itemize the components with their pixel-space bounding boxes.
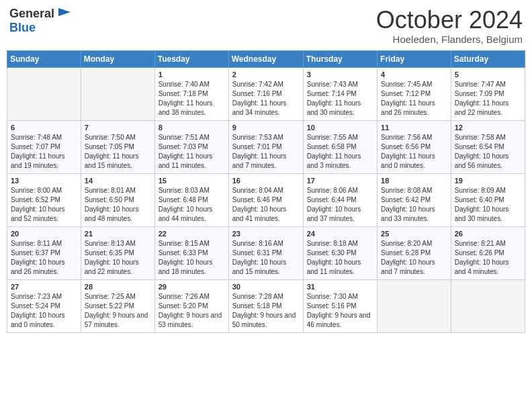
day-number: 30 <box>232 283 300 291</box>
calendar-cell: 22Sunrise: 8:15 AM Sunset: 6:33 PM Dayli… <box>154 226 228 279</box>
day-info: Sunrise: 8:06 AM Sunset: 6:44 PM Dayligh… <box>307 186 373 224</box>
day-number: 13 <box>11 177 77 185</box>
day-info: Sunrise: 8:16 AM Sunset: 6:31 PM Dayligh… <box>232 239 300 277</box>
day-info: Sunrise: 7:26 AM Sunset: 5:20 PM Dayligh… <box>159 292 225 330</box>
calendar-cell: 27Sunrise: 7:23 AM Sunset: 5:24 PM Dayli… <box>7 279 81 332</box>
calendar-cell: 20Sunrise: 8:11 AM Sunset: 6:37 PM Dayli… <box>7 226 81 279</box>
day-number: 11 <box>381 124 447 132</box>
calendar-cell: 19Sunrise: 8:09 AM Sunset: 6:40 PM Dayli… <box>451 173 525 226</box>
day-info: Sunrise: 7:40 AM Sunset: 7:18 PM Dayligh… <box>159 80 225 118</box>
calendar-week-row: 1Sunrise: 7:40 AM Sunset: 7:18 PM Daylig… <box>7 67 525 120</box>
day-info: Sunrise: 7:42 AM Sunset: 7:16 PM Dayligh… <box>232 80 300 118</box>
page-header: General Blue October 2024 Hoeleden, Flan… <box>7 7 525 45</box>
calendar-cell: 7Sunrise: 7:50 AM Sunset: 7:05 PM Daylig… <box>81 120 154 173</box>
weekday-header: Wednesday <box>228 50 303 67</box>
day-info: Sunrise: 8:03 AM Sunset: 6:48 PM Dayligh… <box>159 186 225 224</box>
day-number: 5 <box>455 71 521 79</box>
logo-flag-icon <box>57 7 72 21</box>
weekday-header: Monday <box>81 50 154 67</box>
weekday-header: Saturday <box>451 50 525 67</box>
day-number: 28 <box>85 283 151 291</box>
calendar-week-row: 13Sunrise: 8:00 AM Sunset: 6:52 PM Dayli… <box>7 173 525 226</box>
day-number: 10 <box>307 124 373 132</box>
calendar-cell <box>81 67 154 120</box>
day-number: 17 <box>307 177 373 185</box>
day-info: Sunrise: 8:18 AM Sunset: 6:30 PM Dayligh… <box>307 239 373 277</box>
day-number: 31 <box>307 283 373 291</box>
day-number: 25 <box>381 230 447 238</box>
calendar-week-row: 6Sunrise: 7:48 AM Sunset: 7:07 PM Daylig… <box>7 120 525 173</box>
calendar-table: SundayMondayTuesdayWednesdayThursdayFrid… <box>7 50 525 333</box>
day-number: 1 <box>159 71 225 79</box>
day-info: Sunrise: 8:21 AM Sunset: 6:26 PM Dayligh… <box>455 239 521 277</box>
calendar-cell: 6Sunrise: 7:48 AM Sunset: 7:07 PM Daylig… <box>7 120 81 173</box>
day-info: Sunrise: 8:08 AM Sunset: 6:42 PM Dayligh… <box>381 186 447 224</box>
calendar-cell: 18Sunrise: 8:08 AM Sunset: 6:42 PM Dayli… <box>378 173 451 226</box>
day-info: Sunrise: 7:30 AM Sunset: 5:16 PM Dayligh… <box>307 292 373 330</box>
day-number: 8 <box>159 124 225 132</box>
logo: General Blue <box>9 7 72 35</box>
day-number: 7 <box>85 124 151 132</box>
day-number: 3 <box>307 71 373 79</box>
day-info: Sunrise: 8:00 AM Sunset: 6:52 PM Dayligh… <box>11 186 77 224</box>
calendar-cell <box>451 279 525 332</box>
day-info: Sunrise: 7:53 AM Sunset: 7:01 PM Dayligh… <box>232 133 300 171</box>
weekday-header: Friday <box>378 50 451 67</box>
day-info: Sunrise: 7:50 AM Sunset: 7:05 PM Dayligh… <box>85 133 151 171</box>
calendar-cell: 15Sunrise: 8:03 AM Sunset: 6:48 PM Dayli… <box>154 173 228 226</box>
calendar-cell: 23Sunrise: 8:16 AM Sunset: 6:31 PM Dayli… <box>228 226 303 279</box>
calendar-cell: 25Sunrise: 8:20 AM Sunset: 6:28 PM Dayli… <box>378 226 451 279</box>
calendar-cell: 2Sunrise: 7:42 AM Sunset: 7:16 PM Daylig… <box>228 67 303 120</box>
day-info: Sunrise: 7:55 AM Sunset: 6:58 PM Dayligh… <box>307 133 373 171</box>
calendar-cell: 4Sunrise: 7:45 AM Sunset: 7:12 PM Daylig… <box>378 67 451 120</box>
calendar-cell: 1Sunrise: 7:40 AM Sunset: 7:18 PM Daylig… <box>154 67 228 120</box>
calendar-cell: 13Sunrise: 8:00 AM Sunset: 6:52 PM Dayli… <box>7 173 81 226</box>
day-info: Sunrise: 8:13 AM Sunset: 6:35 PM Dayligh… <box>85 239 151 277</box>
weekday-header: Tuesday <box>154 50 228 67</box>
location: Hoeleden, Flanders, Belgium <box>376 34 523 45</box>
calendar-cell: 26Sunrise: 8:21 AM Sunset: 6:26 PM Dayli… <box>451 226 525 279</box>
day-info: Sunrise: 8:04 AM Sunset: 6:46 PM Dayligh… <box>232 186 300 224</box>
svg-marker-0 <box>58 8 71 16</box>
logo-blue-text: Blue <box>9 21 36 34</box>
calendar-cell: 17Sunrise: 8:06 AM Sunset: 6:44 PM Dayli… <box>303 173 377 226</box>
calendar-cell: 16Sunrise: 8:04 AM Sunset: 6:46 PM Dayli… <box>228 173 303 226</box>
day-info: Sunrise: 8:01 AM Sunset: 6:50 PM Dayligh… <box>85 186 151 224</box>
title-block: October 2024 Hoeleden, Flanders, Belgium <box>376 7 523 45</box>
day-number: 2 <box>232 71 300 79</box>
day-info: Sunrise: 7:47 AM Sunset: 7:09 PM Dayligh… <box>455 80 521 118</box>
calendar-cell <box>7 67 81 120</box>
calendar-cell: 14Sunrise: 8:01 AM Sunset: 6:50 PM Dayli… <box>81 173 154 226</box>
month-title: October 2024 <box>376 7 523 34</box>
calendar-cell: 12Sunrise: 7:58 AM Sunset: 6:54 PM Dayli… <box>451 120 525 173</box>
day-number: 22 <box>159 230 225 238</box>
day-info: Sunrise: 8:11 AM Sunset: 6:37 PM Dayligh… <box>11 239 77 277</box>
day-info: Sunrise: 7:48 AM Sunset: 7:07 PM Dayligh… <box>11 133 77 171</box>
day-info: Sunrise: 8:20 AM Sunset: 6:28 PM Dayligh… <box>381 239 447 277</box>
day-number: 24 <box>307 230 373 238</box>
calendar-cell: 31Sunrise: 7:30 AM Sunset: 5:16 PM Dayli… <box>303 279 377 332</box>
day-info: Sunrise: 8:09 AM Sunset: 6:40 PM Dayligh… <box>455 186 521 224</box>
day-info: Sunrise: 7:51 AM Sunset: 7:03 PM Dayligh… <box>159 133 225 171</box>
day-number: 27 <box>11 283 77 291</box>
day-number: 29 <box>159 283 225 291</box>
day-number: 19 <box>455 177 521 185</box>
calendar-cell: 10Sunrise: 7:55 AM Sunset: 6:58 PM Dayli… <box>303 120 377 173</box>
day-number: 12 <box>455 124 521 132</box>
calendar-week-row: 27Sunrise: 7:23 AM Sunset: 5:24 PM Dayli… <box>7 279 525 332</box>
day-number: 9 <box>232 124 300 132</box>
calendar-cell: 5Sunrise: 7:47 AM Sunset: 7:09 PM Daylig… <box>451 67 525 120</box>
day-number: 14 <box>85 177 151 185</box>
calendar-cell: 29Sunrise: 7:26 AM Sunset: 5:20 PM Dayli… <box>154 279 228 332</box>
day-number: 21 <box>85 230 151 238</box>
calendar-cell: 21Sunrise: 8:13 AM Sunset: 6:35 PM Dayli… <box>81 226 154 279</box>
day-number: 4 <box>381 71 447 79</box>
calendar-cell <box>378 279 451 332</box>
calendar-cell: 28Sunrise: 7:25 AM Sunset: 5:22 PM Dayli… <box>81 279 154 332</box>
day-info: Sunrise: 7:43 AM Sunset: 7:14 PM Dayligh… <box>307 80 373 118</box>
calendar-week-row: 20Sunrise: 8:11 AM Sunset: 6:37 PM Dayli… <box>7 226 525 279</box>
day-number: 18 <box>381 177 447 185</box>
day-number: 16 <box>232 177 300 185</box>
day-info: Sunrise: 7:45 AM Sunset: 7:12 PM Dayligh… <box>381 80 447 118</box>
day-number: 20 <box>11 230 77 238</box>
